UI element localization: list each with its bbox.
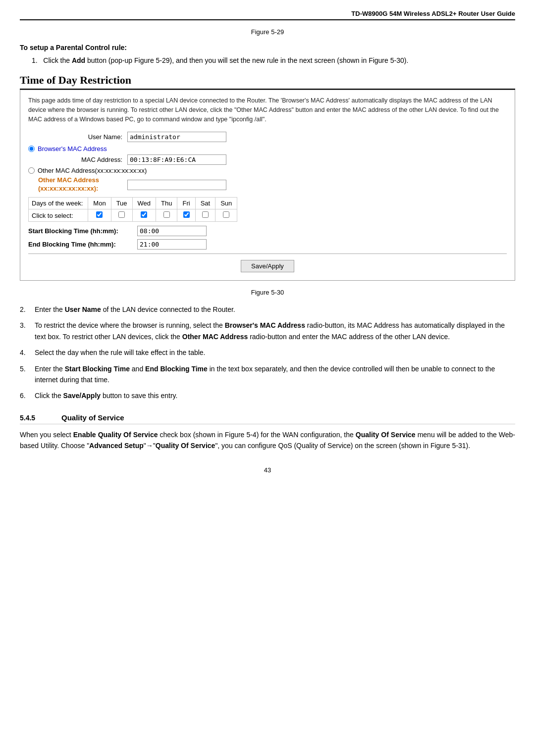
checkbox-tue[interactable] [118, 211, 125, 218]
step-5: 5. Enter the Start Blocking Time and End… [20, 363, 515, 386]
day-sat-check[interactable] [195, 209, 215, 222]
step-2: 2. Enter the User Name of the LAN device… [20, 304, 515, 315]
header-title: TD-W8900G 54M Wireless ADSL2+ Router Use… [351, 10, 515, 17]
checkbox-sat[interactable] [202, 211, 209, 218]
day-sun-check[interactable] [215, 209, 237, 222]
browsers-mac-radio[interactable] [28, 146, 35, 152]
day-fri: Fri [177, 198, 195, 209]
page-number: 43 [20, 466, 515, 474]
days-header-cell: Days of the week: [29, 198, 88, 209]
setup-heading: To setup a Parental Control rule: [20, 44, 515, 51]
day-wed-check[interactable] [132, 209, 156, 222]
checkbox-fri[interactable] [183, 211, 190, 218]
other-mac-radio-row[interactable]: Other MAC Address(xx:xx:xx:xx:xx:xx) [28, 167, 507, 174]
end-blocking-label: End Blocking Time (hh:mm): [28, 241, 137, 248]
other-mac-input[interactable] [127, 180, 226, 190]
figure-29-label: Figure 5-29 [20, 28, 515, 36]
day-mon-check[interactable] [88, 209, 111, 222]
username-label: User Name: [28, 133, 127, 141]
save-apply-button[interactable]: Save/Apply [241, 260, 294, 272]
day-tue: Tue [111, 198, 132, 209]
step-3: 3. To restrict the device where the brow… [20, 320, 515, 342]
section-545-body: When you select Enable Quality Of Servic… [20, 429, 515, 452]
figure-30-label: Figure 5-30 [20, 289, 515, 296]
checkbox-thu[interactable] [163, 211, 170, 218]
click-to-select-label: Click to select: [29, 209, 88, 222]
day-sat: Sat [195, 198, 215, 209]
section-545-header: 5.4.5 Quality of Service [20, 413, 515, 424]
start-blocking-label: Start Blocking Time (hh:mm): [28, 227, 137, 235]
step-4: 4. Select the day when the rule will tak… [20, 347, 515, 358]
checkbox-mon[interactable] [96, 211, 103, 218]
username-row: User Name: [28, 132, 507, 142]
day-wed: Wed [132, 198, 156, 209]
section-number: 5.4.5 [20, 414, 50, 422]
day-thu: Thu [156, 198, 177, 209]
start-blocking-input[interactable] [137, 226, 207, 236]
start-blocking-row: Start Blocking Time (hh:mm): [28, 226, 507, 236]
days-of-week-table: Days of the week: Mon Tue Wed Thu Fri Sa… [28, 197, 237, 222]
section-title: Quality of Service [61, 413, 124, 422]
end-blocking-input[interactable] [137, 239, 207, 250]
step-1: 1. Click the Add button (pop-up Figure 5… [32, 55, 515, 66]
day-mon: Mon [88, 198, 111, 209]
day-tue-check[interactable] [111, 209, 132, 222]
day-sun: Sun [215, 198, 237, 209]
other-mac-radio[interactable] [28, 167, 35, 174]
other-mac-label: Other MAC Address(xx:xx:xx:xx:xx:xx) [38, 167, 147, 174]
mac-address-row: MAC Address: [38, 154, 507, 165]
tod-box: This page adds time of day restriction t… [20, 90, 515, 281]
browsers-mac-label: Browser's MAC Address [38, 145, 107, 152]
checkbox-sun[interactable] [223, 211, 229, 218]
mac-address-label: MAC Address: [38, 156, 127, 163]
browsers-mac-radio-row[interactable]: Browser's MAC Address [28, 145, 507, 152]
day-fri-check[interactable] [177, 209, 195, 222]
day-thu-check[interactable] [156, 209, 177, 222]
page-header: TD-W8900G 54M Wireless ADSL2+ Router Use… [20, 10, 515, 20]
save-apply-row: Save/Apply [28, 253, 507, 272]
step-6: 6. Click the Save/Apply button to save t… [20, 390, 515, 401]
tod-description: This page adds time of day restriction t… [28, 96, 507, 124]
username-input[interactable] [127, 132, 226, 142]
mac-address-input[interactable] [127, 154, 226, 165]
tod-section-title: Time of Day Restriction [20, 74, 515, 90]
end-blocking-row: End Blocking Time (hh:mm): [28, 239, 507, 250]
section-545: 5.4.5 Quality of Service When you select… [20, 413, 515, 452]
other-mac-display-label: Other MAC Address(xx:xx:xx:xx:xx:xx): [38, 176, 127, 193]
checkbox-wed[interactable] [141, 211, 147, 218]
